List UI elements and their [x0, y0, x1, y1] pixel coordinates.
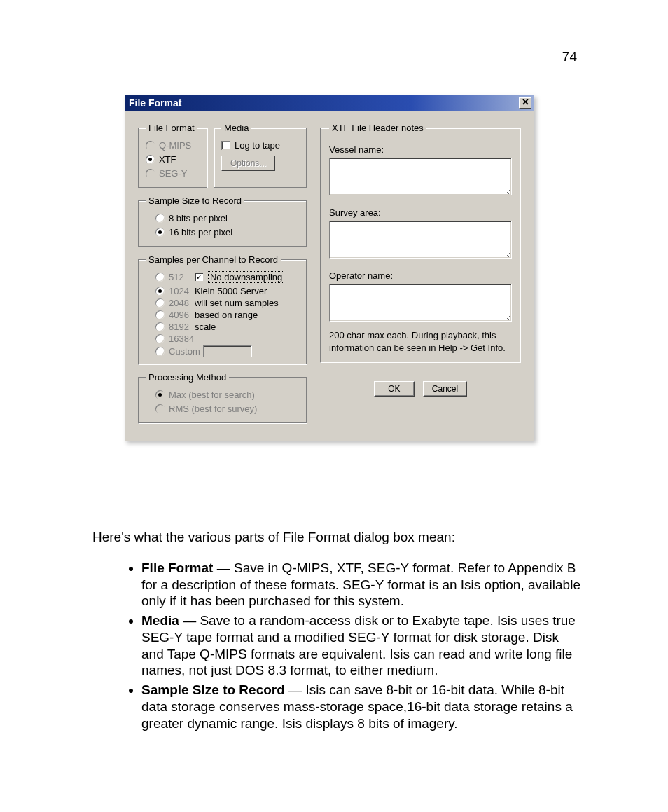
radio-label-1024: 1024	[169, 286, 190, 296]
ok-button[interactable]: OK	[374, 381, 415, 397]
vessel-name-label: Vessel name:	[329, 144, 512, 155]
xtf-header-notes-legend: XTF File Header notes	[329, 123, 426, 133]
cancel-button[interactable]: Cancel	[423, 381, 467, 397]
checkbox-icon: ✓	[195, 273, 204, 282]
radio-label: 16 bits per pixel	[169, 227, 232, 238]
media-legend: Media	[221, 123, 251, 133]
radio-icon	[155, 228, 165, 237]
radio-rms: RMS (best for survey)	[155, 402, 300, 415]
radio-icon	[155, 322, 165, 331]
xtf-header-notes-group: XTF File Header notes Vessel name: Surve…	[320, 123, 521, 363]
radio-label-custom: Custom	[169, 346, 202, 357]
radio-label: 8 bits per pixel	[169, 213, 228, 223]
radio-icon	[155, 334, 165, 343]
checkbox-icon	[221, 141, 230, 150]
intro-paragraph: Here's what the various parts of File Fo…	[92, 529, 583, 546]
radio-icon	[146, 141, 155, 150]
radio-label: RMS (best for survey)	[169, 404, 257, 414]
checkbox-label: Log to tape	[235, 140, 280, 151]
vessel-name-input[interactable]	[329, 158, 512, 195]
file-format-legend: File Format	[146, 123, 197, 133]
radio-icon	[155, 310, 165, 319]
radio-16bits[interactable]: 16 bits per pixel	[155, 226, 300, 238]
list-item: Media — Save to a random-access disk or …	[141, 612, 583, 679]
xtf-hint: 200 char max each. During playback, this…	[329, 329, 512, 354]
list-item: Sample Size to Record — Isis can save 8-…	[141, 682, 583, 731]
radio-icon	[155, 214, 165, 223]
list-item: File Format — Save in Q-MIPS, XTF, SEG-Y…	[141, 560, 583, 610]
radio-label: Q-MIPS	[159, 140, 191, 151]
media-group: Media Log to tape Options...	[214, 123, 307, 188]
custom-samples-input	[203, 345, 252, 357]
samples-per-channel-legend: Samples per Channel to Record	[146, 254, 281, 265]
radio-icon	[155, 298, 165, 308]
radio-label-2048: 2048	[169, 298, 190, 308]
samples-per-channel-group: Samples per Channel to Record 512 ✓ No d…	[138, 254, 307, 365]
note-line: scale	[195, 322, 300, 332]
radio-8bits[interactable]: 8 bits per pixel	[155, 212, 300, 224]
checkbox-no-downsampling[interactable]: ✓ No downsampling	[195, 270, 300, 283]
checkbox-label: No downsampling	[208, 271, 284, 283]
document-body: Here's what the various parts of File Fo…	[92, 529, 583, 734]
radio-max: Max (best for search)	[155, 388, 300, 401]
survey-area-input[interactable]	[329, 221, 512, 259]
radio-icon	[155, 287, 165, 296]
radio-label-16384: 16384	[169, 333, 300, 344]
term: File Format	[141, 560, 213, 575]
radio-icon	[155, 404, 165, 413]
radio-icon	[155, 390, 165, 399]
page-number: 74	[562, 49, 577, 64]
radio-label-512: 512	[169, 272, 190, 282]
radio-icon	[155, 273, 165, 282]
term: Sample Size to Record	[141, 682, 285, 697]
dialog-titlebar: File Format ✕	[125, 95, 534, 111]
sample-size-group: Sample Size to Record 8 bits per pixel 1…	[138, 195, 307, 247]
radio-xtf[interactable]: XTF	[146, 153, 200, 165]
radio-icon	[155, 347, 165, 356]
processing-method-legend: Processing Method	[146, 372, 229, 383]
radio-qmips: Q-MIPS	[146, 139, 200, 151]
note-line: based on range	[195, 310, 300, 320]
radio-label-8192: 8192	[169, 322, 190, 332]
options-button: Options...	[221, 156, 275, 171]
file-format-group: File Format Q-MIPS XTF SEG-Y	[138, 123, 208, 188]
sample-size-legend: Sample Size to Record	[146, 195, 244, 206]
note-line: will set num samples	[195, 298, 300, 308]
radio-label: XTF	[159, 154, 176, 165]
radio-label: Max (best for search)	[169, 390, 255, 400]
operator-name-input[interactable]	[329, 284, 512, 322]
survey-area-label: Survey area:	[329, 207, 512, 218]
close-icon[interactable]: ✕	[519, 97, 531, 109]
radio-label-4096: 4096	[169, 310, 190, 320]
operator-name-label: Operator name:	[329, 270, 512, 281]
processing-method-group: Processing Method Max (best for search) …	[138, 372, 307, 424]
note-line: Klein 5000 Server	[195, 286, 300, 296]
file-format-dialog: File Format ✕ File Format Q-MIPS XTF	[125, 95, 534, 441]
checkbox-log-to-tape[interactable]: Log to tape	[221, 139, 300, 151]
radio-label: SEG-Y	[159, 168, 187, 179]
dialog-title: File Format	[129, 97, 519, 109]
term: Media	[141, 613, 179, 628]
radio-segy: SEG-Y	[146, 167, 200, 179]
term-text: — Save to a random-access disk or to Exa…	[141, 613, 576, 677]
radio-icon	[146, 169, 155, 178]
radio-icon	[146, 155, 155, 164]
